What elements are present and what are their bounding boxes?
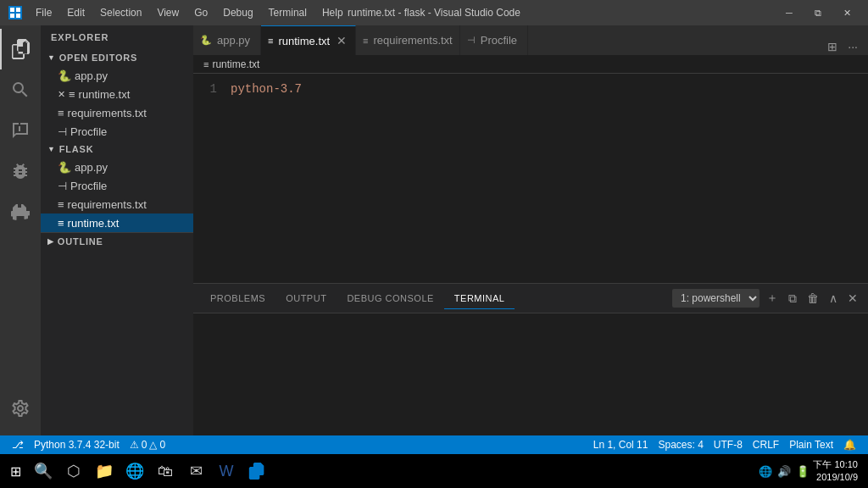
flask-arrow: ▼ (47, 145, 56, 153)
tab-requirements-label: requirements.txt (374, 34, 453, 47)
warning-icon: △ (149, 439, 157, 451)
flask-section[interactable]: ▼ FLASK (41, 141, 193, 158)
flask-requirements-icon: ≡ (58, 198, 64, 211)
menu-terminal[interactable]: Terminal (262, 5, 314, 20)
flask-runtime[interactable]: ≡ runtime.txt (41, 214, 193, 232)
eol-label: CRLF (753, 439, 779, 451)
tray-volume[interactable]: 🔊 (777, 465, 791, 478)
menu-edit[interactable]: Edit (60, 5, 92, 20)
activity-source-control[interactable] (0, 110, 41, 151)
taskbar-mail[interactable]: ✉ (181, 456, 211, 486)
close-button[interactable]: ✕ (834, 4, 860, 21)
error-count: 0 (142, 439, 147, 451)
explorer-header: EXPLORER (41, 25, 193, 49)
flask-label: FLASK (59, 144, 94, 154)
status-position[interactable]: Ln 1, Col 11 (588, 439, 654, 451)
activity-debug[interactable] (0, 151, 41, 191)
outline-label: OUTLINE (58, 236, 103, 247)
panel-tab-terminal[interactable]: TERMINAL (444, 288, 515, 309)
taskbar-cortana[interactable]: ⬡ (58, 456, 89, 486)
flask-app-py-label: app.py (75, 161, 108, 174)
more-actions-button[interactable]: ··· (844, 38, 861, 55)
app-icon (8, 6, 22, 19)
close-panel-button[interactable]: ✕ (844, 290, 861, 307)
menu-selection[interactable]: Selection (93, 5, 148, 20)
activity-explorer[interactable] (0, 29, 41, 69)
tab-runtime-txt[interactable]: ≡ runtime.txt ✕ (261, 25, 356, 55)
tab-procfile[interactable]: ⊣ Procfile (460, 25, 528, 55)
tab-requirements[interactable]: ≡ requirements.txt (356, 25, 460, 55)
panel-tab-debug-console[interactable]: DEBUG CONSOLE (337, 288, 443, 308)
system-clock[interactable]: 下午 10:10 2019/10/9 (813, 458, 858, 485)
status-language[interactable]: Plain Text (784, 439, 838, 451)
tray-network[interactable]: 🌐 (759, 465, 772, 478)
close-icon-runtime[interactable]: ✕ (58, 89, 65, 100)
outline-arrow: ▶ (47, 237, 54, 246)
status-bell[interactable]: 🔔 (838, 439, 861, 451)
open-editor-runtime-txt[interactable]: ✕ ≡ runtime.txt (41, 85, 193, 103)
breadcrumb: ≡ runtime.txt (193, 55, 868, 74)
tray-battery[interactable]: 🔋 (796, 465, 810, 478)
activity-search[interactable] (0, 69, 41, 110)
menu-view[interactable]: View (150, 5, 186, 20)
tab-app-py[interactable]: 🐍 app.py (193, 25, 261, 55)
python-file-icon: 🐍 (58, 69, 71, 82)
breadcrumb-text: runtime.txt (212, 58, 259, 70)
flask-procfile[interactable]: ⊣ Procfile (41, 176, 193, 195)
open-editor-requirements[interactable]: ≡ requirements.txt (41, 103, 193, 122)
minimize-button[interactable]: ─ (776, 4, 802, 21)
tabs-bar: 🐍 app.py ≡ runtime.txt ✕ ≡ requirements.… (193, 25, 868, 55)
status-right: Ln 1, Col 11 Spaces: 4 UTF-8 CRLF Plain … (588, 439, 861, 451)
menu-debug[interactable]: Debug (216, 5, 259, 20)
taskbar-file-manager[interactable]: 📁 (89, 456, 120, 486)
start-button[interactable]: ⊞ (3, 454, 28, 488)
taskbar-word[interactable]: W (211, 456, 242, 486)
panel-tabs: PROBLEMS OUTPUT DEBUG CONSOLE TERMINAL 1… (193, 284, 868, 313)
open-editor-procfile[interactable]: ⊣ Procfile (41, 122, 193, 141)
flask-requirements[interactable]: ≡ requirements.txt (41, 195, 193, 214)
add-terminal-button[interactable]: ＋ (763, 289, 782, 308)
open-editors-label: OPEN EDITORS (59, 53, 138, 63)
window-controls: ─ ⧉ ✕ (776, 4, 860, 21)
kill-terminal-button[interactable]: 🗑 (804, 290, 822, 307)
branch-icon: ⎇ (12, 439, 24, 451)
status-python[interactable]: Python 3.7.4 32-bit (29, 435, 125, 454)
menu-file[interactable]: File (29, 5, 58, 20)
taskbar-edge[interactable]: 🌐 (120, 456, 150, 486)
menu-go[interactable]: Go (187, 5, 214, 20)
split-editor-button[interactable]: ⊞ (824, 38, 841, 55)
status-spaces[interactable]: Spaces: 4 (653, 439, 708, 451)
flask-procfile-icon: ⊣ (58, 180, 67, 192)
status-errors[interactable]: ⚠ 0 △ 0 (125, 435, 170, 454)
taskbar-store[interactable]: 🛍 (150, 456, 181, 486)
open-editors-section[interactable]: ▼ OPEN EDITORS (41, 49, 193, 66)
status-branch[interactable]: ⎇ (7, 435, 29, 454)
tab-runtime-close[interactable]: ✕ (335, 34, 348, 47)
tab-runtime-icon: ≡ (268, 36, 273, 46)
menu-help[interactable]: Help (315, 5, 350, 20)
activity-extensions[interactable] (0, 191, 41, 232)
restore-button[interactable]: ⧉ (805, 4, 831, 21)
system-tray-icons: 🌐 🔊 🔋 (759, 465, 810, 478)
panel-tab-problems[interactable]: PROBLEMS (200, 288, 275, 308)
title-bar: File Edit Selection View Go Debug Termin… (0, 0, 868, 25)
panel-content[interactable] (193, 313, 868, 435)
status-encoding[interactable]: UTF-8 (709, 439, 748, 451)
panel-tab-output[interactable]: OUTPUT (275, 288, 337, 308)
split-terminal-button[interactable]: ⧉ (785, 290, 800, 308)
taskbar-search[interactable]: 🔍 (28, 456, 58, 486)
flask-app-py[interactable]: 🐍 app.py (41, 158, 193, 176)
activity-bar (0, 25, 41, 435)
taskbar-vscode[interactable] (242, 456, 272, 486)
open-editors-arrow: ▼ (47, 53, 56, 62)
open-editor-app-py[interactable]: 🐍 app.py (41, 66, 193, 85)
status-eol[interactable]: CRLF (748, 439, 784, 451)
tab-procfile-label: Procfile (481, 34, 517, 47)
outline-header[interactable]: ▶ OUTLINE (41, 233, 193, 250)
activity-settings[interactable] (0, 388, 41, 429)
editor-content[interactable]: 1 python-3.7 (193, 74, 868, 283)
flask-requirements-label: requirements.txt (68, 198, 147, 211)
maximize-panel-button[interactable]: ∧ (826, 290, 841, 307)
terminal-dropdown[interactable]: 1: powershell (672, 289, 760, 308)
warning-count: 0 (159, 439, 165, 451)
